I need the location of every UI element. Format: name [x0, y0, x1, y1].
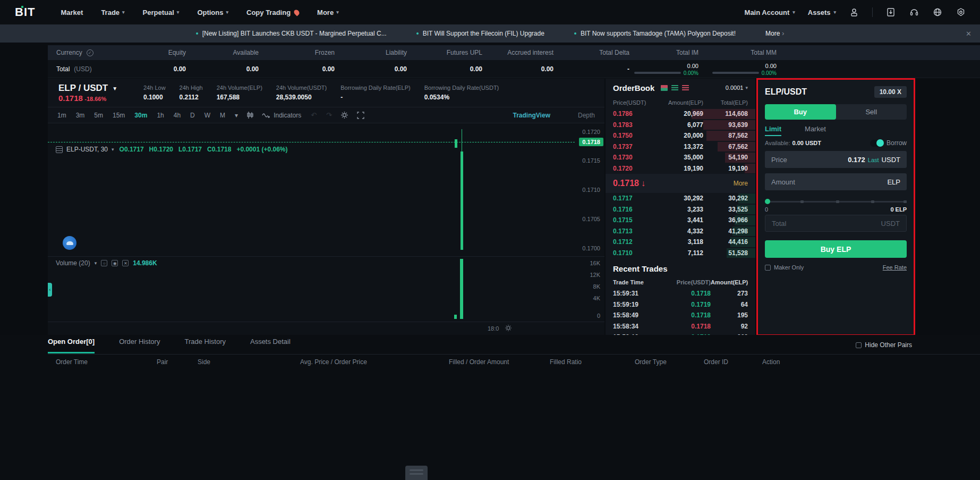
timeframe-d[interactable]: D — [190, 112, 195, 119]
chevron-down-icon[interactable]: ▾ — [235, 112, 238, 119]
support-headset-icon[interactable] — [909, 7, 919, 18]
table-header-filled-order-amount: Filled / Order Amount — [449, 358, 550, 366]
ohlc-readout: ELP-USDT, 30▾ O0.1717 H0.1720 L0.1717 C0… — [56, 146, 287, 153]
timeframe-1h[interactable]: 1h — [157, 112, 164, 119]
fee-rate-link[interactable]: Fee Rate — [883, 264, 907, 271]
chevron-down-icon: ▾ — [226, 10, 228, 15]
chart-settings-gear-icon[interactable] — [340, 111, 348, 119]
indicator-remove-icon[interactable]: ✕ — [122, 260, 129, 266]
nav-item-options[interactable]: Options▾ — [197, 9, 228, 16]
tab-order-history[interactable]: Order History — [119, 338, 160, 353]
chevron-down-icon[interactable]: ▾ — [95, 260, 97, 266]
tab-assets-detail[interactable]: Assets Detail — [250, 338, 291, 353]
timeframe-15m[interactable]: 15m — [113, 112, 125, 119]
chevron-down-icon: ▼ — [112, 86, 117, 91]
fullscreen-icon[interactable] — [357, 112, 364, 119]
chart-symbol-dropdown[interactable]: ELP-USDT, 30▾ — [56, 146, 114, 153]
slider-handle[interactable] — [765, 199, 770, 204]
arrow-down-icon: ↓ — [641, 179, 645, 188]
trade-amount: 195 — [711, 311, 748, 319]
assets-menu[interactable]: Assets▾ — [808, 9, 836, 16]
indicators-label[interactable]: Indicators — [274, 112, 301, 119]
download-app-icon[interactable] — [885, 7, 896, 18]
indicators-icon[interactable] — [262, 112, 270, 119]
timeframe-m[interactable]: M — [220, 112, 225, 119]
trade-row: 15:59:310.1718273 — [606, 288, 755, 299]
amount-slider[interactable] — [765, 199, 907, 204]
timeframe-1m[interactable]: 1m — [57, 112, 66, 119]
orderbook-bid-row[interactable]: 0.17123,11844,416 — [606, 237, 755, 248]
orderbook-view-bids-icon[interactable] — [671, 85, 678, 91]
tick-size-dropdown[interactable]: 0.0001▾ — [726, 85, 748, 91]
last-price-link[interactable]: Last — [868, 157, 879, 163]
borrow-toggle[interactable]: Borrow — [870, 139, 907, 147]
orderbook-bid-row[interactable]: 0.17163,23333,525 — [606, 204, 755, 215]
nav-item-trade[interactable]: Trade▾ — [101, 9, 124, 16]
orderbook-bid-row[interactable]: 0.17153,44136,966 — [606, 215, 755, 226]
timeframe-4h[interactable]: 4h — [174, 112, 181, 119]
timeframe-3m[interactable]: 3m — [76, 112, 85, 119]
orderbook-bid-row[interactable]: 0.171730,29230,292 — [606, 193, 755, 204]
time-axis-settings-icon[interactable] — [505, 324, 512, 333]
tab-depth[interactable]: Depth — [578, 112, 595, 119]
price-input[interactable]: Price 0.172LastUSDT — [765, 151, 907, 168]
orderbook-more-link[interactable]: More — [734, 180, 748, 187]
tab-buy[interactable]: Buy — [765, 104, 836, 120]
orderbook-ask-row[interactable]: 0.17836,07793,639 — [606, 120, 755, 131]
timeframe-w[interactable]: W — [204, 112, 210, 119]
tab-limit[interactable]: Limit — [765, 125, 781, 136]
hide-other-pairs[interactable]: Hide Other Pairs — [856, 341, 912, 349]
orderbook-bid-row[interactable]: 0.17107,11251,528 — [606, 248, 755, 259]
redo-icon[interactable]: ↷ — [326, 111, 332, 119]
orderbook-ask-row[interactable]: 0.173035,00054,190 — [606, 152, 755, 163]
orderbook-ask-row[interactable]: 0.173713,37267,562 — [606, 141, 755, 153]
candlestick-chart[interactable]: ELP-USDT, 30▾ O0.1717 H0.1720 L0.1717 C0… — [48, 123, 604, 335]
filter-icon[interactable]: ✓ — [87, 49, 93, 56]
buy-submit-button[interactable]: Buy ELP — [765, 240, 907, 258]
orderbook-panel: OrderBook 0.0001▾ Price(USDT)Amount(ELP)… — [606, 79, 755, 335]
leverage-button[interactable]: 10.00 X — [874, 86, 907, 98]
amount-input[interactable]: Amount ELP — [765, 173, 907, 190]
announcement-link[interactable]: BIT Now supports Tamadoge (TAMA) Polygon… — [574, 30, 736, 37]
orderbook-bid-row[interactable]: 0.17134,33241,298 — [606, 226, 755, 237]
nav-item-market[interactable]: Market — [61, 9, 83, 16]
orderbook-ask-row[interactable]: 0.175020,00087,562 — [606, 130, 755, 141]
tab-sell[interactable]: Sell — [836, 104, 907, 120]
close-icon[interactable]: ✕ — [966, 30, 972, 38]
timeframe-5m[interactable]: 5m — [94, 112, 103, 119]
announcements-more-link[interactable]: More› — [765, 30, 784, 37]
summary-header-accrued-interest: Accrued interest — [482, 49, 553, 56]
bullet-dot-icon — [416, 32, 419, 35]
nav-item-copy-trading[interactable]: Copy Trading — [246, 9, 299, 16]
announcement-link[interactable]: BIT Will Support the Filecoin (FIL) Upgr… — [416, 30, 544, 37]
nav-item-perpetual[interactable]: Perpetual▾ — [143, 9, 180, 16]
orderbook-view-asks-icon[interactable] — [682, 85, 689, 91]
pair-selector[interactable]: ELP / USDT▼ 0.1718 -18.66% — [58, 83, 137, 103]
orderbook-ask-row[interactable]: 0.178620,969114,608 — [606, 108, 755, 120]
bit-logo[interactable]: BIT — [15, 5, 35, 19]
total-input[interactable]: Total USDT — [765, 215, 907, 232]
nav-item-more[interactable]: More▾ — [317, 9, 339, 16]
user-profile-icon[interactable] — [849, 7, 859, 18]
main-account-menu[interactable]: Main Account▾ — [745, 9, 795, 16]
maker-only-checkbox[interactable] — [765, 265, 771, 271]
timeframe-30m[interactable]: 30m — [134, 112, 147, 119]
settings-gear-icon[interactable] — [956, 7, 966, 18]
orderbook-ask-row[interactable]: 0.172019,19019,190 — [606, 163, 755, 174]
orderbook-view-both-icon[interactable] — [661, 85, 668, 91]
tab-trade-history[interactable]: Trade History — [184, 338, 226, 353]
undo-icon[interactable]: ↶ — [311, 111, 317, 119]
orderbook-column-headers: Price(USDT)Amount(ELP)Total(ELP) — [606, 97, 755, 108]
indicator-settings-icon[interactable]: ○ — [101, 260, 107, 266]
tab-tradingview[interactable]: TradingView — [513, 112, 550, 119]
announcement-link[interactable]: [New Listing] BIT Launches CKB USDT - Ma… — [196, 30, 387, 37]
hide-other-pairs-checkbox[interactable] — [856, 342, 862, 348]
orderbook-last-price[interactable]: 0.1718↓ — [613, 179, 645, 188]
language-globe-icon[interactable] — [932, 7, 943, 18]
indicator-visibility-icon[interactable]: ◉ — [112, 260, 118, 266]
tab-market[interactable]: Market — [805, 125, 826, 136]
order-amount: 35,000 — [657, 154, 703, 161]
candle-style-icon[interactable] — [246, 111, 253, 119]
collapse-handle[interactable]: ‹ — [48, 283, 52, 297]
tab-open-order-0[interactable]: Open Order[0] — [48, 338, 95, 353]
